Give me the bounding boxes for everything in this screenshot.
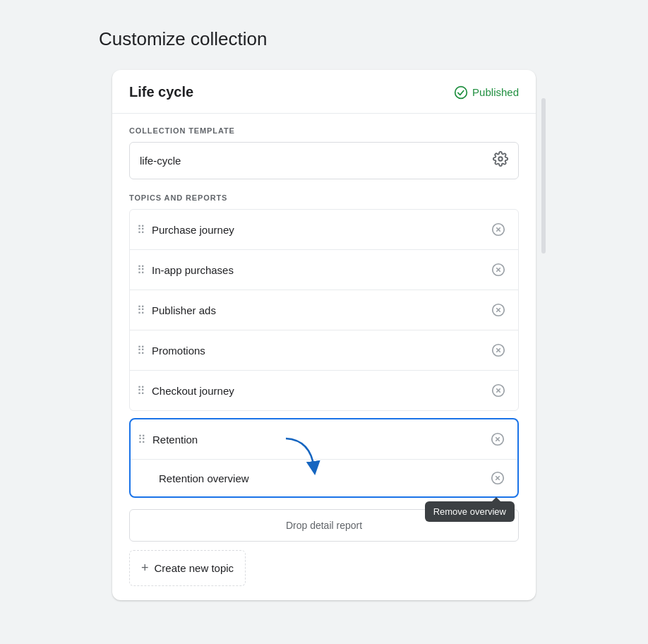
published-check-icon (454, 85, 468, 100)
collection-template-label: COLLECTION TEMPLATE (129, 126, 519, 135)
customize-card: Life cycle Published COLLECTION TEMPLATE… (112, 70, 536, 600)
retention-main-row: ⠿ Retention (131, 419, 517, 460)
published-label: Published (472, 86, 519, 98)
template-input[interactable]: life-cycle (129, 142, 519, 179)
remove-retention-overview-icon (490, 470, 505, 486)
remove-checkout-journey-button[interactable] (488, 381, 508, 400)
drag-handle-checkout-journey[interactable]: ⠿ (137, 384, 145, 398)
card-title: Life cycle (129, 84, 193, 100)
drag-handle-inapp-purchases[interactable]: ⠿ (137, 263, 145, 277)
remove-purchase-journey-button[interactable] (488, 220, 508, 239)
remove-retention-button[interactable] (488, 429, 508, 449)
retention-block: ⠿ Retention (129, 418, 519, 498)
topics-label: TOPICS AND REPORTS (129, 193, 519, 202)
card-header: Life cycle Published (112, 70, 536, 114)
remove-retention-icon (490, 431, 505, 447)
remove-retention-overview-button[interactable] (488, 468, 508, 488)
scrollbar[interactable] (541, 98, 546, 254)
settings-icon (493, 151, 508, 170)
topic-item-checkout-journey: ⠿ Checkout journey (130, 371, 518, 410)
remove-inapp-icon (491, 262, 506, 278)
remove-inapp-purchases-button[interactable] (488, 260, 508, 280)
create-new-topic-button[interactable]: + Create new topic (129, 550, 246, 586)
drag-handle-purchase-journey[interactable]: ⠿ (137, 223, 145, 237)
topic-item-promotions: ⠿ Promotions (130, 330, 518, 371)
topic-name-publisher-ads: Publisher ads (152, 304, 488, 316)
drag-handle-retention[interactable]: ⠿ (138, 433, 145, 446)
published-badge: Published (454, 85, 519, 100)
collection-template-section: COLLECTION TEMPLATE life-cycle (112, 114, 536, 179)
remove-publisher-ads-button[interactable] (488, 300, 508, 320)
retention-name: Retention (152, 434, 488, 446)
remove-checkout-journey-icon (491, 383, 506, 398)
page-wrapper: Customize collection Life cycle Publishe… (0, 14, 648, 644)
remove-overview-tooltip: Remove overview (425, 501, 515, 522)
page-title: Customize collection (99, 28, 267, 50)
svg-point-0 (455, 86, 467, 98)
retention-overview-name: Retention overview (159, 472, 488, 484)
topic-name-promotions: Promotions (152, 345, 488, 357)
topic-name-inapp-purchases: In-app purchases (152, 264, 488, 276)
topic-item-inapp-purchases: ⠿ In-app purchases (130, 250, 518, 290)
remove-promotions-icon (491, 342, 506, 358)
topic-name-purchase-journey: Purchase journey (152, 224, 488, 236)
topic-item-purchase-journey: ⠿ Purchase journey (130, 210, 518, 250)
create-topic-label: Create new topic (155, 562, 234, 574)
retention-overview-row: Retention overview Remove overview (131, 460, 517, 496)
remove-publisher-ads-icon (491, 302, 506, 318)
topic-name-checkout-journey: Checkout journey (152, 385, 488, 397)
drag-handle-publisher-ads[interactable]: ⠿ (137, 304, 145, 317)
plus-icon: + (141, 561, 149, 576)
remove-promotions-button[interactable] (488, 340, 508, 360)
topics-section: TOPICS AND REPORTS ⠿ Purchase journey (112, 193, 536, 411)
topic-item-publisher-ads: ⠿ Publisher ads (130, 290, 518, 330)
remove-purchase-journey-icon (491, 222, 506, 237)
drag-handle-promotions[interactable]: ⠿ (137, 344, 145, 357)
topics-list: ⠿ Purchase journey ⠿ In-app purchases (129, 209, 519, 411)
svg-point-1 (498, 157, 503, 161)
template-value: life-cycle (140, 155, 181, 167)
